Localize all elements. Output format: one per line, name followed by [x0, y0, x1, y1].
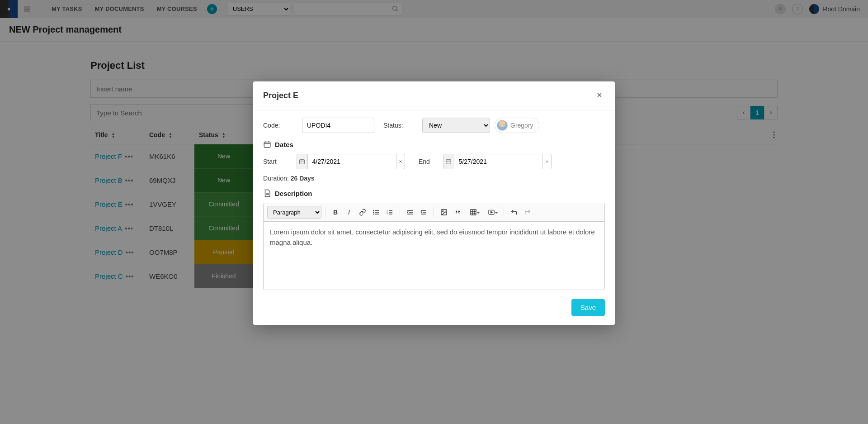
indent-button[interactable] [417, 206, 430, 219]
description-section-header: Description [263, 189, 605, 197]
start-label: Start [263, 158, 290, 165]
end-date-clear[interactable] [542, 154, 551, 169]
modal-title: Project E [263, 91, 298, 100]
indent-icon [420, 209, 427, 216]
avatar [497, 120, 508, 131]
image-button[interactable] [438, 206, 450, 219]
svg-rect-14 [300, 160, 305, 164]
bullet-list-icon [373, 209, 380, 216]
assignee-name: Gregory [510, 122, 533, 129]
modal-footer: Save [253, 293, 615, 325]
duration-row: Duration: 26 Days [263, 175, 605, 182]
status-select[interactable]: New [422, 118, 490, 133]
bullet-list-button[interactable] [370, 206, 382, 219]
duration-label: Duration: [263, 175, 289, 182]
start-date-input[interactable] [308, 154, 396, 169]
svg-point-24 [373, 210, 374, 210]
end-label: End [419, 158, 437, 165]
image-icon [440, 209, 448, 216]
undo-icon [510, 209, 518, 216]
assignee-chip[interactable]: Gregory [495, 118, 539, 133]
start-date-picker-button[interactable] [297, 154, 308, 169]
bold-button[interactable]: B [329, 206, 342, 219]
start-date-clear[interactable] [396, 154, 405, 169]
dates-section-header: Dates [263, 140, 605, 148]
end-date-input[interactable] [454, 154, 542, 169]
document-icon [263, 189, 271, 197]
end-date-group [443, 154, 552, 169]
redo-button[interactable] [521, 206, 534, 219]
svg-rect-10 [264, 142, 270, 148]
code-status-row: Code: Status: New Gregory [263, 118, 605, 133]
calendar-icon [445, 158, 452, 165]
numbered-list-icon: 123 [386, 209, 393, 216]
save-button[interactable]: Save [571, 299, 605, 316]
status-label: Status: [383, 122, 418, 129]
project-modal: Project E Code: Status: New Gregory [253, 81, 615, 325]
media-icon [488, 209, 495, 216]
link-button[interactable] [356, 206, 369, 219]
table-button[interactable] [465, 206, 482, 219]
numbered-list-button[interactable]: 123 [383, 206, 396, 219]
blockquote-button[interactable] [451, 206, 464, 219]
date-row: Start End [263, 154, 605, 169]
calendar-icon [263, 140, 271, 148]
redo-icon [524, 209, 531, 216]
italic-button[interactable]: I [343, 206, 355, 219]
end-date-picker-button[interactable] [443, 154, 454, 169]
outdent-icon [406, 209, 414, 216]
editor-toolbar: Paragraph B I 123 [264, 203, 604, 222]
svg-point-43 [443, 211, 443, 212]
outdent-button[interactable] [404, 206, 416, 219]
modal-overlay[interactable]: Project E Code: Status: New Gregory [0, 0, 868, 424]
bold-icon: B [333, 209, 338, 216]
quote-icon [454, 209, 461, 216]
start-date-group [297, 154, 405, 169]
media-button[interactable] [483, 206, 500, 219]
code-input[interactable] [302, 118, 374, 133]
editor-content[interactable]: Lorem ipsum dolor sit amet, consectetur … [264, 222, 604, 290]
description-editor: Paragraph B I 123 [263, 203, 605, 290]
close-icon [398, 159, 403, 164]
link-icon [359, 209, 366, 216]
duration-value: 26 Days [291, 175, 315, 182]
close-icon [596, 91, 603, 99]
undo-button[interactable] [508, 206, 520, 219]
svg-text:3: 3 [387, 213, 388, 215]
code-label: Code: [263, 122, 297, 129]
paragraph-select[interactable]: Paragraph [267, 206, 321, 219]
modal-body: Code: Status: New Gregory Dates Start [253, 110, 615, 293]
svg-rect-18 [446, 160, 451, 164]
modal-close-button[interactable] [594, 90, 605, 102]
svg-marker-50 [491, 211, 492, 213]
svg-point-25 [373, 212, 374, 212]
svg-rect-44 [471, 210, 476, 215]
italic-icon: I [348, 209, 350, 216]
close-icon [545, 159, 549, 164]
calendar-icon [299, 158, 305, 165]
svg-point-26 [373, 214, 374, 214]
modal-header: Project E [253, 81, 615, 110]
table-icon [470, 209, 477, 216]
